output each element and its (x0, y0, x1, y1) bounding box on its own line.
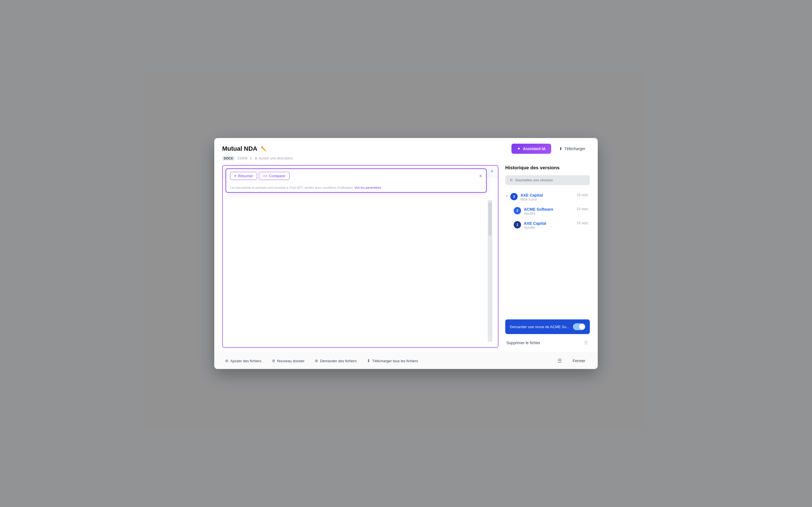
close-modal-button[interactable]: Fermer (568, 356, 590, 365)
version-item-1: 1 AXE Capital Ajoutée 18 sept. (505, 219, 590, 232)
document-page (229, 200, 488, 342)
version-list: › 3 AXE Capital Mise à jour 18 sept. (505, 191, 590, 233)
add-files-icon: ⊕ (225, 358, 229, 363)
assistant-ia-button[interactable]: ✦ Assistant IA (511, 144, 551, 154)
request-files-label: Demander des fichiers (320, 359, 357, 363)
version-action-3: Mise à jour (520, 198, 574, 202)
ai-footer-text: Les documents et prompts sont envoyés à … (230, 186, 354, 189)
ai-assistant-panel: ≡ Résumer <> Comparer × Les document (225, 168, 487, 193)
delete-row: Supprimer le fichier 🗑 (505, 337, 590, 348)
version-date-3: 18 sept. (576, 193, 589, 197)
telecharger-button[interactable]: ⬆ Télécharger (555, 144, 590, 154)
download-icon: ⬇ (367, 358, 370, 363)
comparer-label: Comparer (269, 174, 286, 178)
version-item-2: 2 ACME Software Ajoutée 18 sept. (505, 205, 590, 218)
code-icon: <> (263, 174, 267, 178)
version-company-2[interactable]: ACME Software (524, 207, 574, 212)
download-all-label: Télécharger tous les fichiers (372, 359, 418, 363)
new-folder-button[interactable]: ⊕ Nouveau dossier (269, 356, 308, 365)
modal-footer: ⊕ Ajouter des fichiers ⊕ Nouveau dossier… (214, 352, 598, 369)
review-toggle-row: Demander une revue de ACME So... (505, 320, 590, 334)
history-title: Historique des versions (505, 165, 590, 171)
delete-label: Supprimer le fichier (506, 341, 541, 345)
resumer-label: Résumer (238, 174, 253, 178)
add-files-button[interactable]: ⊕ Ajouter des fichiers (222, 356, 264, 365)
document-viewer: ≡ Résumer <> Comparer × Les document (222, 165, 499, 348)
submit-revision-label: Soumettre une révision (515, 178, 553, 182)
edit-icon[interactable]: ✏️ (261, 146, 266, 152)
document-scrollbar[interactable] (488, 200, 492, 342)
version-info-2: ACME Software Ajoutée (524, 207, 574, 216)
version-company-1[interactable]: AXE Capital (524, 221, 574, 226)
trash-icon[interactable]: 🗑 (583, 340, 589, 346)
version-info-3: AXE Capital Mise à jour (520, 193, 574, 202)
upload-icon: ⬆ (559, 147, 562, 151)
version-badge-2: 2 (514, 207, 521, 214)
review-toggle[interactable] (573, 323, 585, 330)
version-group-2: 2 ACME Software Ajoutée 18 sept. (505, 205, 590, 218)
ai-tabs: ≡ Résumer <> Comparer (230, 172, 290, 180)
history-panel: Historique des versions ↻ Soumettre une … (505, 165, 590, 348)
doc-size: 233KB (238, 156, 248, 160)
version-company-3[interactable]: AXE Capital (520, 193, 574, 198)
folder-icon: ⊕ (272, 358, 275, 363)
main-modal: Mutual NDA ✏️ ✦ Assistant IA ⬆ Télécharg… (214, 138, 598, 369)
sparkle-icon: ✦ (517, 147, 520, 151)
version-date-2: 18 sept. (576, 207, 589, 211)
tab-comparer[interactable]: <> Comparer (259, 172, 290, 180)
version-action-2: Ajoutée (524, 212, 574, 216)
zoom-in-button[interactable]: + (489, 168, 495, 175)
review-label: Demander une revue de ACME So... (510, 325, 569, 329)
modal-overlay: Mutual NDA ✏️ ✦ Assistant IA ⬆ Télécharg… (0, 0, 812, 507)
version-date-1: 18 sept. (576, 221, 589, 225)
document-title: Mutual NDA (222, 145, 257, 152)
request-icon: ⊕ (315, 358, 318, 363)
chevron-right-icon[interactable]: › (506, 194, 507, 198)
scrollbar-thumb[interactable] (488, 202, 492, 236)
request-files-button[interactable]: ⊕ Demander des fichiers (312, 356, 359, 365)
modal-body: ≡ Résumer <> Comparer × Les document (214, 161, 598, 352)
doc-format-badge: DOCX (222, 156, 235, 161)
version-info-1: AXE Capital Ajoutée (524, 221, 574, 230)
version-badge-1: 1 (514, 221, 521, 228)
ai-footer-link[interactable]: Voir les paramètres (354, 186, 381, 189)
revision-icon: ↻ (510, 178, 513, 182)
download-all-button[interactable]: ⬇ Télécharger tous les fichiers (364, 356, 421, 365)
doc-meta: DOCX 233KB ℹ ⊕ Ajouter une description (214, 154, 598, 161)
add-icon: ⊕ (255, 156, 257, 160)
version-group-1: 1 AXE Capital Ajoutée 18 sept. (505, 219, 590, 232)
ai-panel-close-button[interactable]: × (479, 173, 482, 179)
document-content-area (223, 177, 498, 347)
assistant-label: Assistant IA (523, 147, 546, 151)
ai-panel-footer: Les documents et prompts sont envoyés à … (226, 183, 486, 192)
version-badge-3: 3 (510, 193, 518, 200)
ai-panel-header: ≡ Résumer <> Comparer × (226, 169, 486, 183)
lines-icon: ≡ (234, 174, 237, 178)
toggle-thumb (579, 324, 585, 330)
info-icon: ℹ (250, 156, 252, 160)
add-description-button[interactable]: ⊕ Ajouter une description (255, 156, 293, 160)
version-group-3: › 3 AXE Capital Mise à jour 18 sept. (505, 191, 590, 204)
version-action-1: Ajoutée (524, 226, 574, 230)
version-item-3: › 3 AXE Capital Mise à jour 18 sept. (505, 191, 590, 204)
submit-revision-button[interactable]: ↻ Soumettre une révision (505, 175, 590, 185)
list-view-button[interactable]: ☰ (556, 356, 564, 365)
telecharger-label: Télécharger (564, 147, 585, 151)
add-description-label: Ajouter une description (259, 156, 293, 160)
tab-resumer[interactable]: ≡ Résumer (230, 172, 257, 180)
add-files-label: Ajouter des fichiers (231, 359, 262, 363)
new-folder-label: Nouveau dossier (277, 359, 305, 363)
modal-header: Mutual NDA ✏️ ✦ Assistant IA ⬆ Télécharg… (214, 138, 598, 154)
